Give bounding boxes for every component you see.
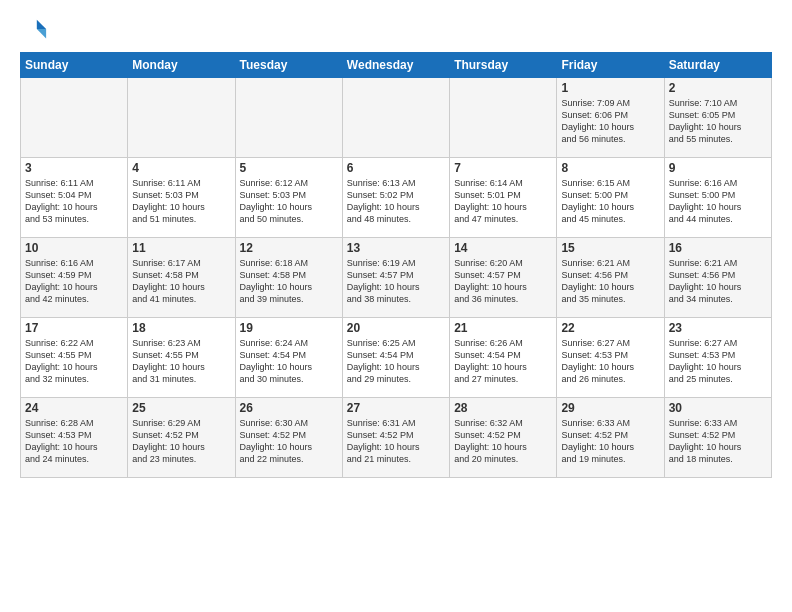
day-number: 20 <box>347 321 445 335</box>
day-number: 16 <box>669 241 767 255</box>
calendar-cell: 21Sunrise: 6:26 AM Sunset: 4:54 PM Dayli… <box>450 318 557 398</box>
calendar-cell: 10Sunrise: 6:16 AM Sunset: 4:59 PM Dayli… <box>21 238 128 318</box>
cell-content: Sunrise: 6:28 AM Sunset: 4:53 PM Dayligh… <box>25 417 123 466</box>
cell-content: Sunrise: 7:10 AM Sunset: 6:05 PM Dayligh… <box>669 97 767 146</box>
cell-content: Sunrise: 6:16 AM Sunset: 5:00 PM Dayligh… <box>669 177 767 226</box>
svg-marker-1 <box>37 29 46 38</box>
calendar-cell: 20Sunrise: 6:25 AM Sunset: 4:54 PM Dayli… <box>342 318 449 398</box>
day-number: 30 <box>669 401 767 415</box>
cell-content: Sunrise: 6:32 AM Sunset: 4:52 PM Dayligh… <box>454 417 552 466</box>
cell-content: Sunrise: 6:24 AM Sunset: 4:54 PM Dayligh… <box>240 337 338 386</box>
calendar-week-row: 1Sunrise: 7:09 AM Sunset: 6:06 PM Daylig… <box>21 78 772 158</box>
cell-content: Sunrise: 6:19 AM Sunset: 4:57 PM Dayligh… <box>347 257 445 306</box>
cell-content: Sunrise: 6:14 AM Sunset: 5:01 PM Dayligh… <box>454 177 552 226</box>
day-number: 23 <box>669 321 767 335</box>
day-number: 9 <box>669 161 767 175</box>
day-number: 25 <box>132 401 230 415</box>
calendar-cell: 18Sunrise: 6:23 AM Sunset: 4:55 PM Dayli… <box>128 318 235 398</box>
weekday-header: Saturday <box>664 53 771 78</box>
calendar-cell: 3Sunrise: 6:11 AM Sunset: 5:04 PM Daylig… <box>21 158 128 238</box>
calendar-cell: 1Sunrise: 7:09 AM Sunset: 6:06 PM Daylig… <box>557 78 664 158</box>
weekday-header: Thursday <box>450 53 557 78</box>
calendar-cell: 23Sunrise: 6:27 AM Sunset: 4:53 PM Dayli… <box>664 318 771 398</box>
calendar-cell: 8Sunrise: 6:15 AM Sunset: 5:00 PM Daylig… <box>557 158 664 238</box>
calendar-cell: 12Sunrise: 6:18 AM Sunset: 4:58 PM Dayli… <box>235 238 342 318</box>
cell-content: Sunrise: 6:11 AM Sunset: 5:03 PM Dayligh… <box>132 177 230 226</box>
day-number: 18 <box>132 321 230 335</box>
calendar-cell: 5Sunrise: 6:12 AM Sunset: 5:03 PM Daylig… <box>235 158 342 238</box>
calendar-cell: 16Sunrise: 6:21 AM Sunset: 4:56 PM Dayli… <box>664 238 771 318</box>
calendar-cell <box>450 78 557 158</box>
weekday-header: Sunday <box>21 53 128 78</box>
day-number: 27 <box>347 401 445 415</box>
calendar-cell: 25Sunrise: 6:29 AM Sunset: 4:52 PM Dayli… <box>128 398 235 478</box>
day-number: 22 <box>561 321 659 335</box>
calendar-cell: 15Sunrise: 6:21 AM Sunset: 4:56 PM Dayli… <box>557 238 664 318</box>
day-number: 4 <box>132 161 230 175</box>
day-number: 28 <box>454 401 552 415</box>
calendar-cell: 22Sunrise: 6:27 AM Sunset: 4:53 PM Dayli… <box>557 318 664 398</box>
cell-content: Sunrise: 6:29 AM Sunset: 4:52 PM Dayligh… <box>132 417 230 466</box>
day-number: 2 <box>669 81 767 95</box>
calendar-cell <box>21 78 128 158</box>
day-number: 15 <box>561 241 659 255</box>
calendar-cell: 4Sunrise: 6:11 AM Sunset: 5:03 PM Daylig… <box>128 158 235 238</box>
day-number: 19 <box>240 321 338 335</box>
calendar-cell: 30Sunrise: 6:33 AM Sunset: 4:52 PM Dayli… <box>664 398 771 478</box>
calendar-cell: 17Sunrise: 6:22 AM Sunset: 4:55 PM Dayli… <box>21 318 128 398</box>
day-number: 10 <box>25 241 123 255</box>
cell-content: Sunrise: 6:27 AM Sunset: 4:53 PM Dayligh… <box>669 337 767 386</box>
cell-content: Sunrise: 6:21 AM Sunset: 4:56 PM Dayligh… <box>669 257 767 306</box>
weekday-header: Friday <box>557 53 664 78</box>
cell-content: Sunrise: 6:31 AM Sunset: 4:52 PM Dayligh… <box>347 417 445 466</box>
day-number: 1 <box>561 81 659 95</box>
cell-content: Sunrise: 6:30 AM Sunset: 4:52 PM Dayligh… <box>240 417 338 466</box>
calendar-week-row: 3Sunrise: 6:11 AM Sunset: 5:04 PM Daylig… <box>21 158 772 238</box>
calendar-week-row: 24Sunrise: 6:28 AM Sunset: 4:53 PM Dayli… <box>21 398 772 478</box>
cell-content: Sunrise: 6:21 AM Sunset: 4:56 PM Dayligh… <box>561 257 659 306</box>
cell-content: Sunrise: 6:18 AM Sunset: 4:58 PM Dayligh… <box>240 257 338 306</box>
cell-content: Sunrise: 6:33 AM Sunset: 4:52 PM Dayligh… <box>561 417 659 466</box>
calendar-cell: 14Sunrise: 6:20 AM Sunset: 4:57 PM Dayli… <box>450 238 557 318</box>
cell-content: Sunrise: 6:20 AM Sunset: 4:57 PM Dayligh… <box>454 257 552 306</box>
calendar-table: SundayMondayTuesdayWednesdayThursdayFrid… <box>20 52 772 478</box>
logo <box>20 16 52 44</box>
day-number: 11 <box>132 241 230 255</box>
calendar-cell <box>235 78 342 158</box>
cell-content: Sunrise: 6:25 AM Sunset: 4:54 PM Dayligh… <box>347 337 445 386</box>
calendar-cell: 29Sunrise: 6:33 AM Sunset: 4:52 PM Dayli… <box>557 398 664 478</box>
calendar-cell: 11Sunrise: 6:17 AM Sunset: 4:58 PM Dayli… <box>128 238 235 318</box>
weekday-header: Tuesday <box>235 53 342 78</box>
calendar-cell <box>342 78 449 158</box>
calendar-header-row: SundayMondayTuesdayWednesdayThursdayFrid… <box>21 53 772 78</box>
calendar-cell: 28Sunrise: 6:32 AM Sunset: 4:52 PM Dayli… <box>450 398 557 478</box>
day-number: 14 <box>454 241 552 255</box>
calendar-cell <box>128 78 235 158</box>
calendar-cell: 6Sunrise: 6:13 AM Sunset: 5:02 PM Daylig… <box>342 158 449 238</box>
cell-content: Sunrise: 6:16 AM Sunset: 4:59 PM Dayligh… <box>25 257 123 306</box>
header <box>20 16 772 44</box>
calendar-cell: 26Sunrise: 6:30 AM Sunset: 4:52 PM Dayli… <box>235 398 342 478</box>
weekday-header: Wednesday <box>342 53 449 78</box>
calendar-week-row: 17Sunrise: 6:22 AM Sunset: 4:55 PM Dayli… <box>21 318 772 398</box>
day-number: 13 <box>347 241 445 255</box>
calendar-week-row: 10Sunrise: 6:16 AM Sunset: 4:59 PM Dayli… <box>21 238 772 318</box>
calendar-cell: 13Sunrise: 6:19 AM Sunset: 4:57 PM Dayli… <box>342 238 449 318</box>
cell-content: Sunrise: 6:15 AM Sunset: 5:00 PM Dayligh… <box>561 177 659 226</box>
cell-content: Sunrise: 6:22 AM Sunset: 4:55 PM Dayligh… <box>25 337 123 386</box>
page: SundayMondayTuesdayWednesdayThursdayFrid… <box>0 0 792 488</box>
cell-content: Sunrise: 6:23 AM Sunset: 4:55 PM Dayligh… <box>132 337 230 386</box>
day-number: 8 <box>561 161 659 175</box>
day-number: 26 <box>240 401 338 415</box>
logo-icon <box>20 16 48 44</box>
cell-content: Sunrise: 7:09 AM Sunset: 6:06 PM Dayligh… <box>561 97 659 146</box>
calendar-cell: 2Sunrise: 7:10 AM Sunset: 6:05 PM Daylig… <box>664 78 771 158</box>
svg-marker-0 <box>37 20 46 29</box>
cell-content: Sunrise: 6:11 AM Sunset: 5:04 PM Dayligh… <box>25 177 123 226</box>
cell-content: Sunrise: 6:17 AM Sunset: 4:58 PM Dayligh… <box>132 257 230 306</box>
cell-content: Sunrise: 6:12 AM Sunset: 5:03 PM Dayligh… <box>240 177 338 226</box>
calendar-cell: 7Sunrise: 6:14 AM Sunset: 5:01 PM Daylig… <box>450 158 557 238</box>
day-number: 6 <box>347 161 445 175</box>
calendar-cell: 9Sunrise: 6:16 AM Sunset: 5:00 PM Daylig… <box>664 158 771 238</box>
day-number: 24 <box>25 401 123 415</box>
